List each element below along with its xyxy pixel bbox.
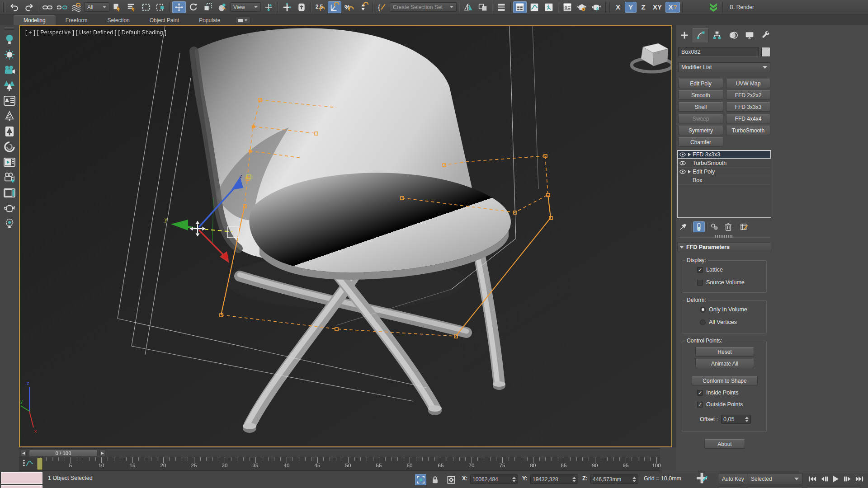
toolbar-grip[interactable] (3, 2, 5, 12)
use-pivot-center-icon[interactable] (262, 1, 275, 13)
z-coordinate-field[interactable]: 446,573mm (590, 474, 638, 484)
axis-constraint-y-button[interactable]: Y (625, 2, 637, 13)
tree-cutout-icon[interactable] (2, 125, 17, 138)
tree-scatter-icon[interactable] (2, 109, 17, 123)
previous-key-icon[interactable] (818, 473, 830, 484)
smooth-button[interactable]: Smooth (678, 90, 723, 100)
tab-display[interactable] (741, 28, 758, 42)
new-key-filter-dropdown[interactable]: Selected (747, 473, 803, 484)
turbosmooth-button[interactable]: TurboSmooth (726, 126, 770, 135)
configure-modifier-sets-icon[interactable] (738, 221, 750, 232)
about-button[interactable]: About (704, 439, 745, 449)
bind-spacewarp-icon[interactable] (70, 1, 83, 13)
stack-row-box[interactable]: Box (678, 176, 771, 185)
viewport-label[interactable]: [ + ] [ Perspective ] [ User Defined ] [… (25, 29, 166, 36)
tab-modeling[interactable]: Modeling (14, 15, 56, 25)
panel-splitter[interactable] (672, 25, 676, 447)
all-vertices-radio-row[interactable]: All Vertices (700, 319, 737, 325)
chamfer-button[interactable]: Chamfer (678, 137, 723, 147)
shell-button[interactable]: Shell (678, 102, 723, 112)
all-vertices-radio[interactable] (700, 319, 706, 325)
y-coordinate-field[interactable]: 19432,328 (530, 474, 578, 484)
unlink-icon[interactable] (55, 1, 69, 13)
window-crossing-icon[interactable] (154, 1, 167, 13)
eye-icon[interactable] (679, 169, 686, 174)
ribbon-config-dropdown[interactable] (235, 17, 250, 24)
lattice-checkbox[interactable] (697, 267, 703, 273)
layer-manager-icon[interactable] (495, 1, 508, 13)
auto-key-button[interactable]: Auto Key (718, 473, 748, 484)
sun-icon[interactable] (2, 48, 17, 61)
go-to-end-icon[interactable] (854, 473, 865, 484)
perspective-viewport[interactable]: [ + ] [ Perspective ] [ User Defined ] [… (19, 25, 672, 447)
ribbon-chevron-icon[interactable] (707, 1, 720, 13)
stack-row-edit-poly[interactable]: Edit Poly (678, 168, 771, 176)
outside-points-checkbox-row[interactable]: Outside Points (697, 401, 743, 408)
x-coordinate-field[interactable]: 10062,484 (470, 474, 518, 484)
show-end-result-icon[interactable] (693, 221, 705, 232)
tab-motion[interactable] (725, 28, 741, 42)
b-render-button[interactable]: B. Render (725, 4, 759, 10)
next-key-icon[interactable] (842, 473, 854, 484)
light-icon[interactable] (2, 33, 17, 46)
maxscript-listener-line2[interactable] (1, 485, 42, 488)
isolate-selection-icon[interactable] (415, 474, 426, 485)
source-volume-checkbox-row[interactable]: Source Volume (697, 279, 745, 286)
render-iterative-icon[interactable] (590, 1, 603, 13)
angle-snap-icon[interactable] (328, 1, 341, 13)
edit-poly-button[interactable]: Edit Poly (678, 79, 723, 88)
keyboard-override-icon[interactable] (295, 1, 308, 13)
pin-stack-icon[interactable] (677, 221, 689, 232)
rollout-splitter-grip[interactable] (715, 235, 733, 238)
absolute-offset-mode-icon[interactable] (445, 474, 457, 485)
tab-hierarchy[interactable] (709, 28, 725, 42)
monitor-icon[interactable] (2, 186, 17, 200)
viewport-canvas[interactable]: y z (20, 26, 671, 446)
lattice-checkbox-row[interactable]: Lattice (697, 267, 723, 273)
curve-editor-icon[interactable] (528, 1, 541, 13)
only-in-volume-radio-row[interactable]: Only In Volume (700, 306, 747, 313)
mini-curve-editor-icon[interactable] (23, 459, 33, 470)
select-object-icon[interactable] (110, 1, 124, 13)
conform-to-shape-button[interactable]: Conform to Shape (692, 376, 758, 385)
expand-icon[interactable] (688, 170, 691, 174)
swirl-icon[interactable] (2, 140, 17, 154)
expand-icon[interactable] (688, 153, 691, 156)
uvw-map-button[interactable]: UVW Map (726, 79, 770, 88)
select-manipulate-icon[interactable] (280, 1, 294, 13)
axis-constraint-xy-button[interactable]: XY (650, 2, 665, 13)
tab-object-paint[interactable]: Object Paint (140, 15, 189, 25)
next-frame-button[interactable]: ► (99, 450, 106, 456)
ffd-3x3x3-button[interactable]: FFD 3x3x3 (726, 102, 770, 112)
eye-icon[interactable] (679, 161, 686, 165)
maxscript-mini-listener[interactable] (1, 472, 42, 484)
select-place-icon[interactable] (216, 1, 229, 13)
toolbar-grip[interactable] (5, 28, 14, 30)
spinner-snap-icon[interactable] (357, 1, 370, 13)
object-color-swatch[interactable] (761, 47, 770, 57)
select-scale-icon[interactable] (201, 1, 215, 13)
spinner-arrows[interactable] (745, 417, 749, 422)
tab-selection[interactable]: Selection (97, 15, 139, 25)
spinner-arrows[interactable] (512, 477, 516, 482)
modifier-list-dropdown[interactable]: Modifier List (678, 62, 770, 72)
tab-freeform[interactable]: Freeform (56, 15, 98, 25)
rect-selection-region-icon[interactable] (139, 1, 153, 13)
animate-all-button[interactable]: Animate All (695, 359, 754, 368)
snap-25-icon[interactable]: 2.5 (313, 1, 327, 13)
reset-button[interactable]: Reset (695, 347, 754, 357)
play-icon[interactable] (830, 473, 842, 484)
offset-field[interactable]: 0,05 (721, 415, 751, 424)
symmetry-button[interactable]: Symmetry (678, 126, 723, 135)
tab-modify[interactable] (693, 28, 709, 42)
camera-add-icon[interactable] (2, 171, 17, 184)
time-slider-handle[interactable]: 0 / 100 (29, 450, 98, 456)
eye-icon[interactable] (679, 152, 686, 157)
camera-icon[interactable] (2, 63, 17, 77)
schematic-view-icon[interactable] (542, 1, 556, 13)
previous-frame-button[interactable]: ◄ (20, 450, 27, 456)
current-frame-handle[interactable] (37, 458, 42, 470)
reference-coordinate-dropdown[interactable]: View (230, 2, 261, 12)
teapot-icon[interactable] (2, 202, 17, 215)
track-bar[interactable]: 0 5 10 15 20 25 30 35 40 45 50 55 60 65 … (19, 457, 660, 471)
